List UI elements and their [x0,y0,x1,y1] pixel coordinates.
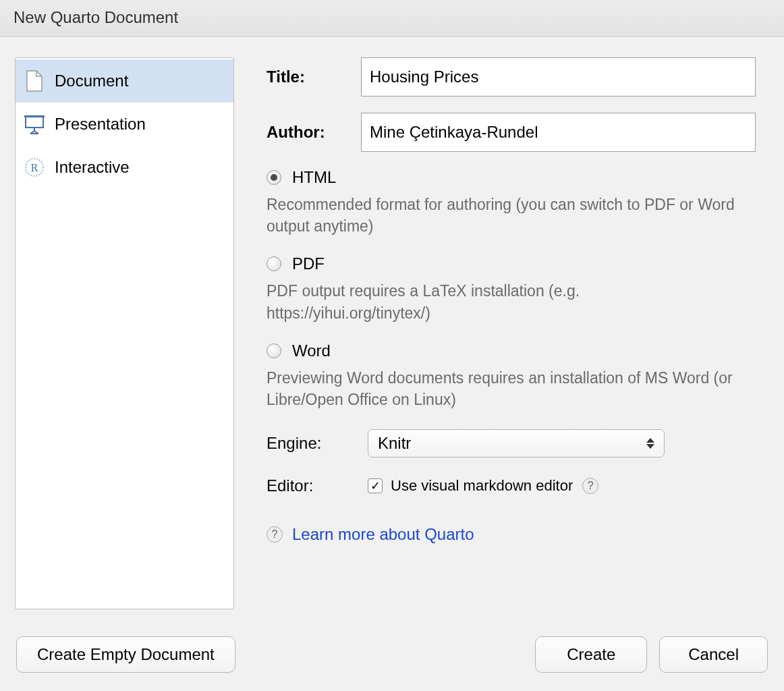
radio-button-pdf[interactable] [267,256,281,271]
dialog-body: Document Presentation R [0,37,784,631]
sidebar-item-presentation[interactable]: Presentation [16,103,233,146]
select-caret-icon [646,438,654,449]
visual-editor-checkbox-label: Use visual markdown editor [391,477,573,495]
editor-label: Editor: [267,476,368,495]
visual-editor-checkbox[interactable]: ✓ [368,478,383,493]
title-row: Title: [267,57,756,96]
radio-label-word: Word [292,341,331,360]
document-icon [24,69,45,93]
format-options: HTML Recommended format for authoring (y… [267,168,756,410]
learn-more-link[interactable]: Learn more about Quarto [292,525,474,544]
radio-label-pdf: PDF [292,254,325,273]
form-panel: Title: Author: HTML Recommended format f… [234,57,769,631]
sidebar-item-interactive[interactable]: R Interactive [16,146,233,189]
radio-html[interactable]: HTML [267,168,756,187]
svg-text:R: R [31,162,38,173]
engine-row: Engine: Knitr [267,429,756,458]
radio-button-word[interactable] [267,343,281,358]
desc-html: Recommended format for authoring (you ca… [267,194,746,237]
sidebar-item-label: Document [55,72,128,90]
presentation-icon [24,112,45,136]
sidebar-item-label: Interactive [55,158,130,177]
sidebar-item-document[interactable]: Document [16,59,233,103]
footer-right: Create Cancel [535,636,768,673]
create-button[interactable]: Create [535,636,647,673]
engine-label: Engine: [267,434,368,453]
radio-pdf[interactable]: PDF [267,254,756,273]
engine-value: Knitr [378,434,411,453]
svg-rect-0 [26,117,43,128]
title-input[interactable] [361,57,756,96]
author-input[interactable] [361,113,756,152]
svg-rect-1 [24,115,45,117]
dialog-footer: Create Empty Document Create Cancel [0,631,784,673]
editor-row: Editor: ✓ Use visual markdown editor ? [267,476,756,495]
interactive-icon: R [24,155,45,179]
cancel-button[interactable]: Cancel [659,636,768,673]
title-label: Title: [267,67,361,86]
create-empty-button[interactable]: Create Empty Document [16,636,235,673]
help-icon[interactable]: ? [582,478,598,494]
desc-word: Previewing Word documents requires an in… [267,367,746,410]
desc-pdf: PDF output requires a LaTeX installation… [267,280,746,323]
window-title: New Quarto Document [0,0,784,37]
author-label: Author: [267,123,361,142]
author-row: Author: [267,113,756,152]
sidebar-item-label: Presentation [55,115,146,134]
help-icon[interactable]: ? [267,526,283,543]
sidebar: Document Presentation R [15,57,234,609]
learn-more-row: ? Learn more about Quarto [267,525,756,544]
radio-label-html: HTML [292,168,336,187]
radio-word[interactable]: Word [267,341,756,360]
radio-button-html[interactable] [267,170,281,185]
engine-select[interactable]: Knitr [368,429,665,458]
